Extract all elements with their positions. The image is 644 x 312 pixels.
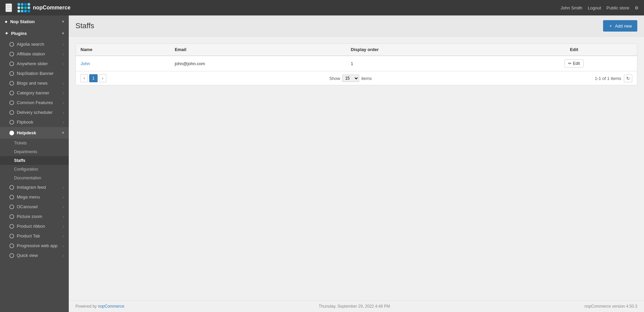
staff-name-link[interactable]: John <box>80 61 90 66</box>
staffs-table-card: Name Email Display order Edit John john@… <box>75 43 637 85</box>
circle-icon <box>9 195 14 199</box>
staffs-table: Name Email Display order Edit John john@… <box>76 44 637 71</box>
arrow-icon: ‹ <box>63 62 64 66</box>
logo-text: nopCommerce <box>33 5 70 11</box>
circle-icon <box>9 214 14 219</box>
prev-page-button[interactable]: ‹ <box>80 74 88 82</box>
circle-icon <box>9 71 14 76</box>
public-store-link[interactable]: Public store <box>606 5 629 10</box>
logo-dot <box>28 10 30 12</box>
page-title: Staffs <box>75 21 94 30</box>
settings-icon[interactable]: ⚙ <box>635 5 639 10</box>
sidebar-item-common-features[interactable]: Common Features ‹ <box>0 98 69 107</box>
circle-icon <box>9 224 14 229</box>
sidebar-item-configuration[interactable]: Configuration <box>0 165 69 174</box>
sidebar-item-label: Quick view <box>17 253 38 258</box>
sidebar-item-label: Progressive web app <box>17 243 57 248</box>
top-navigation: ☰ nopCommerce John Smith Logout Public s… <box>0 0 644 15</box>
logo-dot <box>21 10 23 12</box>
nopcommerce-link[interactable]: nopCommerce <box>98 304 124 309</box>
arrow-icon: ‹ <box>63 215 64 219</box>
sidebar-item-picture-zoom[interactable]: Picture zoom ‹ <box>0 212 69 221</box>
pagination: ‹ 1 › <box>80 74 106 82</box>
chevron-down-icon: ▾ <box>62 131 64 135</box>
circle-icon <box>9 131 14 135</box>
arrow-icon: ‹ <box>63 254 64 258</box>
arrow-icon: ‹ <box>63 81 64 85</box>
circle-icon <box>9 234 14 238</box>
sidebar-nopstation[interactable]: ● Nop Station ▾ <box>0 15 69 28</box>
sidebar-item-staffs[interactable]: Staffs <box>0 156 69 165</box>
sidebar-item-flipbook[interactable]: Flipbook ‹ <box>0 117 69 127</box>
sidebar-item-product-ribbon[interactable]: Product ribbon ‹ <box>0 221 69 231</box>
show-label: Show <box>329 76 340 81</box>
page-footer: Powered by nopCommerce Thursday, Septemb… <box>69 300 644 312</box>
next-page-button[interactable]: › <box>99 74 106 82</box>
sidebar-item-departments[interactable]: Departments <box>0 147 69 156</box>
circle-icon <box>9 120 14 125</box>
add-new-button[interactable]: ＋ Add new <box>603 20 637 32</box>
circle-icon <box>9 185 14 190</box>
logo-dot <box>17 10 20 12</box>
sidebar-item-category-banner[interactable]: Category banner ‹ <box>0 88 69 98</box>
sidebar-item-anywhere-slider[interactable]: Anywhere slider ‹ <box>0 59 69 69</box>
sidebar-item-nopstation-banner[interactable]: NopStation Banner <box>0 69 69 78</box>
page-1-button[interactable]: 1 <box>89 74 98 82</box>
arrow-icon: ‹ <box>63 234 64 238</box>
circle-icon <box>9 100 14 105</box>
sidebar-item-label: Product ribbon <box>17 224 45 229</box>
helpdesk-label: Helpdesk <box>17 130 36 135</box>
sidebar-item-algolia-search[interactable]: Algolia search ‹ <box>0 39 69 49</box>
sidebar-item-label: Product Tab <box>17 233 40 238</box>
sidebar-item-helpdesk[interactable]: Helpdesk ▾ <box>0 127 69 139</box>
pencil-icon: ✏ <box>568 61 572 66</box>
logo-dot <box>17 6 20 9</box>
sidebar-item-mega-menu[interactable]: Mega menu ‹ <box>0 192 69 202</box>
sidebar-item-label: Blogs and news <box>17 81 48 86</box>
logo-dot <box>24 10 27 12</box>
sidebar-item-instagram-feed[interactable]: Instagram feed ‹ <box>0 182 69 192</box>
refresh-button[interactable]: ↻ <box>624 75 632 82</box>
edit-button[interactable]: ✏ Edit <box>565 59 584 68</box>
sidebar-plugins[interactable]: ✦ Plugins ▾ <box>0 28 69 39</box>
sidebar-item-label: Instagram feed <box>17 185 46 190</box>
logout-link[interactable]: Logout <box>588 5 601 10</box>
arrow-icon: ‹ <box>63 195 64 199</box>
nopstation-label: Nop Station <box>10 19 35 24</box>
user-name: John Smith <box>560 5 582 10</box>
sidebar-item-blogs-news[interactable]: Blogs and news ‹ <box>0 78 69 88</box>
sidebar-item-affiliate-station[interactable]: Affiliate station ‹ <box>0 49 69 59</box>
hamburger-menu[interactable]: ☰ <box>5 3 12 12</box>
footer-version: nopCommerce version 4.50.3 <box>585 304 637 309</box>
items-per-page-select[interactable]: 15 25 50 100 <box>342 75 359 82</box>
main-content: Staffs ＋ Add new Name Email Display orde… <box>69 15 644 312</box>
pagination-info: 1-1 of 1 items ↻ <box>595 75 632 82</box>
col-email: Email <box>170 44 346 56</box>
circle-icon <box>9 253 14 258</box>
sidebar-item-product-tab[interactable]: Product Tab ‹ <box>0 231 69 241</box>
circle-icon <box>9 42 14 47</box>
sidebar-item-quick-view[interactable]: Quick view ‹ <box>0 251 69 260</box>
arrow-icon: ‹ <box>63 52 64 56</box>
sidebar-item-tickets[interactable]: Tickets <box>0 139 69 147</box>
sidebar-item-documentation[interactable]: Documentation <box>0 174 69 182</box>
arrow-icon: ‹ <box>63 244 64 248</box>
arrow-icon: ‹ <box>63 185 64 189</box>
arrow-icon: ‹ <box>63 91 64 95</box>
logo-dot <box>28 6 30 9</box>
logo-dot <box>21 3 23 6</box>
footer-datetime: Thursday, September 29, 2022 4:48 PM <box>319 304 390 309</box>
logo-dot <box>17 3 20 6</box>
sidebar-item-ocarousel[interactable]: OCarousel ‹ <box>0 202 69 212</box>
logo-dot <box>24 6 27 9</box>
chevron-down-icon: ▾ <box>62 31 64 36</box>
arrow-icon: ‹ <box>63 205 64 209</box>
sidebar-item-delivery-scheduler[interactable]: Delivery scheduler ‹ <box>0 107 69 117</box>
logo-dot <box>28 3 30 6</box>
sidebar-item-label: Anywhere slider <box>17 61 48 66</box>
circle-icon <box>9 81 14 86</box>
circle-icon <box>9 52 14 56</box>
show-items-control: Show 15 25 50 100 items <box>329 75 372 82</box>
sidebar-item-progressive-web-app[interactable]: Progressive web app ‹ <box>0 241 69 251</box>
plugins-icon: ✦ <box>5 31 8 36</box>
